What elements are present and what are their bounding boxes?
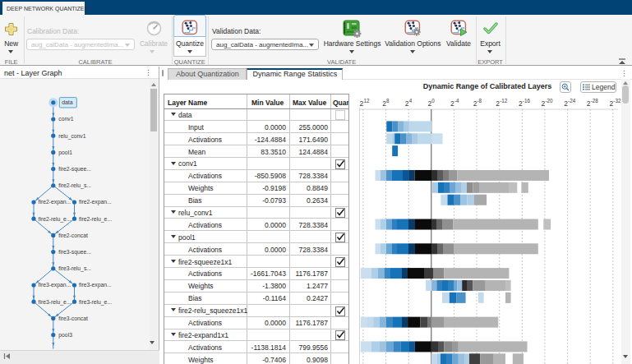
svg-text:0: 0: [431, 98, 435, 104]
svg-text:-4: -4: [454, 98, 459, 104]
svg-text:pool3: pool3: [58, 332, 72, 339]
svg-text:fire2-expan...: fire2-expan...: [79, 199, 112, 205]
svg-text:conv1: conv1: [58, 116, 73, 122]
svg-text:fire2-relu_e...: fire2-relu_e...: [39, 216, 72, 223]
svg-text:fire2-squee...: fire2-squee...: [58, 166, 91, 173]
svg-text:fire3-expan...: fire3-expan...: [39, 282, 72, 288]
svg-text:relu_conv1: relu_conv1: [58, 133, 85, 140]
svg-text:fire3-relu_s...: fire3-relu_s...: [58, 265, 91, 272]
svg-text:-28: -28: [591, 98, 599, 104]
svg-text:-12: -12: [500, 98, 508, 104]
svg-text:12: 12: [363, 98, 370, 104]
svg-text:-8: -8: [477, 98, 482, 104]
svg-text:fire2-relu_s...: fire2-relu_s...: [58, 182, 91, 189]
svg-text:fire2-relu_e...: fire2-relu_e...: [79, 216, 112, 223]
svg-text:8: 8: [386, 98, 390, 104]
svg-text:fire3-squee...: fire3-squee...: [58, 249, 91, 256]
svg-text:data: data: [62, 99, 72, 105]
svg-text:-32: -32: [613, 98, 621, 104]
svg-text:4: 4: [409, 98, 413, 104]
svg-text:fire3-relu_e...: fire3-relu_e...: [79, 299, 112, 306]
svg-text:-16: -16: [523, 98, 531, 104]
svg-text:fire3-concat: fire3-concat: [58, 316, 88, 321]
svg-text:fire3-expan...: fire3-expan...: [79, 282, 112, 288]
svg-text:fire2-expan...: fire2-expan...: [39, 199, 72, 205]
svg-text:-20: -20: [545, 98, 553, 104]
svg-text:fire3-relu_e...: fire3-relu_e...: [39, 299, 72, 306]
svg-text:fire2-concat: fire2-concat: [58, 233, 88, 238]
svg-text:-24: -24: [568, 98, 576, 104]
svg-text:pool1: pool1: [58, 150, 72, 156]
